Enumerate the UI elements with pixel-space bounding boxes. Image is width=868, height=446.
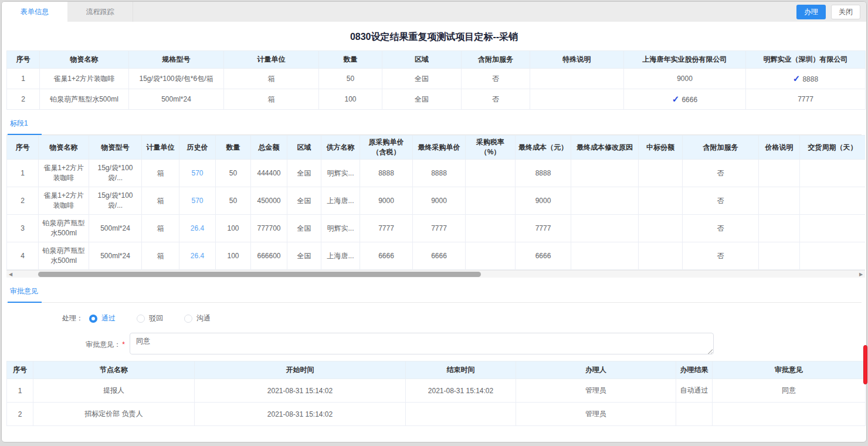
tab-approval-opinion[interactable]: 审批意见 [8, 286, 42, 303]
cell-result [676, 403, 713, 426]
cell-supplier-1-price: 9000 [624, 69, 746, 89]
column-header: 价格说明 [759, 136, 800, 160]
cell-seq: 2 [7, 89, 40, 110]
horizontal-scrollbar[interactable]: ◀ ▶ [6, 270, 865, 278]
table-header-row: 序号 节点名称 开始时间 结束时间 办理人 办理结果 审批意见 [7, 361, 866, 379]
cell-region: 全国 [382, 69, 462, 89]
cell-qty: 100 [319, 89, 382, 110]
history-price-link[interactable]: 26.4 [191, 252, 204, 260]
cell-start-time: 2021-08-31 15:14:02 [195, 379, 406, 403]
cell: 50 [216, 187, 251, 215]
column-header: 物资名称 [40, 51, 129, 69]
column-header: 含附加服务 [683, 136, 759, 160]
handle-button[interactable]: 办理 [796, 5, 826, 19]
cell: 明辉实... [321, 160, 360, 187]
scrollbar-thumb[interactable] [38, 272, 481, 277]
vertical-scrollbar-thumb[interactable] [863, 345, 867, 384]
cell: 444400 [251, 160, 287, 187]
radio-label: 沟通 [196, 313, 211, 323]
radio-label: 通过 [101, 313, 116, 323]
column-header: 规格型号 [129, 51, 224, 69]
cell-history-price: 26.4 [179, 215, 216, 242]
scrollbar-track[interactable] [15, 271, 857, 278]
column-header: 中标份额 [639, 136, 683, 160]
cell: 铂泉葫芦瓶型水500ml [39, 215, 89, 242]
column-header: 区域 [287, 136, 321, 160]
column-header: 序号 [7, 51, 40, 69]
cell-spec: 15g/袋*100袋/包*6包/箱 [129, 69, 224, 89]
cell: 6666 [516, 242, 571, 270]
radio-label: 驳回 [149, 313, 163, 323]
column-header: 序号 [7, 361, 33, 379]
table-row: 2 招标定价部 负责人 2021-08-31 15:14:02 管理员 [7, 403, 866, 426]
cell-seq: 1 [7, 379, 33, 403]
cell [466, 242, 516, 270]
cell: 450000 [251, 187, 287, 215]
cell-seq: 2 [7, 403, 33, 426]
process-label: 处理： [62, 313, 83, 323]
cell [759, 242, 800, 270]
column-header-supplier-1: 上海唐年实业股份有限公司 [624, 51, 746, 69]
radio-reject[interactable]: 驳回 [137, 313, 163, 323]
close-button[interactable]: 关闭 [831, 5, 860, 19]
table-row: 3 铂泉葫芦瓶型水500ml 500ml*24 箱 26.4 100 77770… [7, 215, 866, 242]
cell: 明辉实... [321, 215, 360, 242]
cell-qty: 50 [319, 69, 382, 89]
cell [800, 187, 866, 215]
winner-check-icon: ✓ [793, 73, 801, 83]
cell-start-time: 2021-08-31 15:14:02 [195, 403, 406, 426]
cell: 100 [216, 215, 251, 242]
cell: 雀巢1+2方片装咖啡 [39, 160, 89, 187]
cell-supplier-2-price: 7777 [746, 89, 866, 110]
scroll-right-arrow-icon[interactable]: ▶ [857, 271, 865, 278]
cell: 8888 [413, 160, 466, 187]
cell-history-price: 26.4 [179, 242, 216, 270]
approval-comment-input[interactable]: 同意 [130, 333, 714, 354]
price-value: 6666 [681, 96, 697, 104]
table-row: 2 铂泉葫芦瓶型水500ml 500ml*24 箱 100 全国 否 ✓6666… [7, 89, 866, 110]
cell: 7777 [516, 215, 571, 242]
resize-handle-icon[interactable] [707, 349, 713, 354]
section-head-approval: 审批意见 [6, 278, 862, 303]
cell: 否 [683, 160, 759, 187]
cell-special-note [530, 89, 624, 110]
cell: 500ml*24 [89, 215, 142, 242]
tab-bid-lot-1[interactable]: 标段1 [8, 119, 42, 135]
radio-approve[interactable]: 通过 [89, 313, 116, 323]
history-price-link[interactable]: 570 [191, 197, 203, 205]
cell-result: 自动通过 [676, 379, 713, 403]
approval-comment-field: 审批意见：* 同意 [6, 333, 862, 356]
cell: 15g/袋*100袋/... [89, 187, 142, 215]
cell-unit: 箱 [224, 69, 319, 89]
cell [571, 242, 639, 270]
scroll-left-arrow-icon[interactable]: ◀ [6, 271, 15, 278]
radio-checked-icon[interactable] [89, 315, 97, 323]
radio-communicate[interactable]: 沟通 [184, 313, 211, 323]
column-header: 结束时间 [406, 361, 516, 379]
history-price-link[interactable]: 570 [191, 169, 203, 177]
cell: 15g/袋*100袋/... [89, 160, 142, 187]
cell: 9000 [360, 187, 413, 215]
radio-unchecked-icon[interactable] [184, 315, 192, 323]
cell-handler: 管理员 [516, 403, 676, 426]
process-history-table: 序号 节点名称 开始时间 结束时间 办理人 办理结果 审批意见 1 提报人 20… [6, 361, 866, 426]
cell: 3 [7, 215, 39, 242]
column-header: 办理人 [516, 361, 676, 379]
radio-unchecked-icon[interactable] [137, 315, 145, 323]
tab-form-info[interactable]: 表单信息 [2, 2, 67, 22]
tab-process-track[interactable]: 流程跟踪 [67, 2, 133, 22]
cell: 全国 [287, 215, 321, 242]
bid-detail-table: 序号 物资名称 物资型号 计量单位 历史价 数量 总金额 区域 供方名称 原采购… [6, 135, 865, 270]
cell: 铂泉葫芦瓶型水500ml [39, 242, 89, 270]
cell [800, 242, 866, 270]
column-header-supplier-2: 明辉实业（深圳）有限公司 [746, 51, 866, 69]
comment-label: 审批意见：* [6, 333, 125, 350]
column-header: 历史价 [179, 136, 216, 160]
cell-special-note [530, 69, 624, 89]
cell-node-name: 招标定价部 负责人 [33, 403, 195, 426]
section-head-bid-lot: 标段1 [6, 110, 862, 135]
history-price-link[interactable]: 26.4 [191, 224, 204, 232]
winner-check-icon: ✓ [672, 94, 680, 104]
table-row: 1 雀巢1+2方片装咖啡 15g/袋*100袋/... 箱 570 50 444… [7, 160, 866, 187]
cell [639, 242, 683, 270]
